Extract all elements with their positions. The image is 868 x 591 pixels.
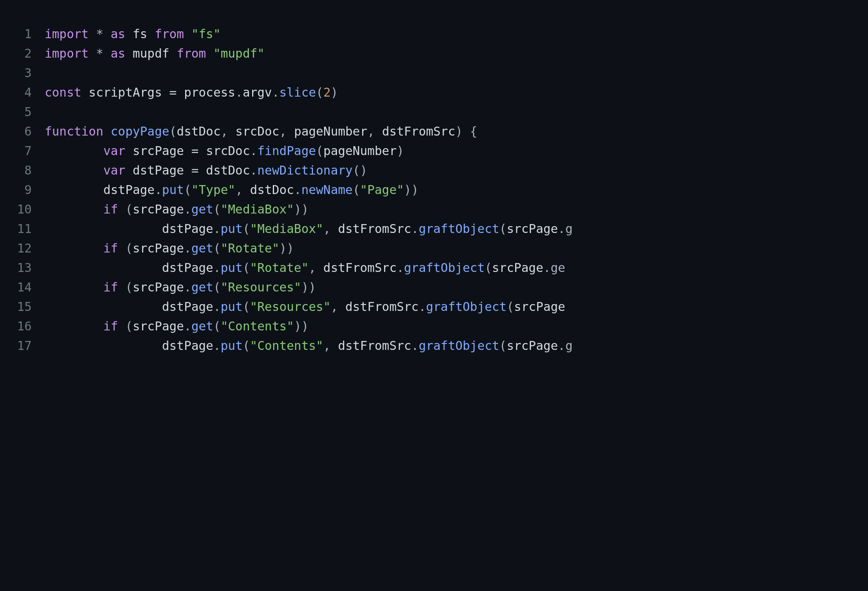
token-punct: . (411, 339, 419, 353)
code-content[interactable]: dstPage.put("Type", dstDoc.newName("Page… (45, 180, 868, 200)
token-punct: ( (118, 202, 133, 216)
token-punct (45, 222, 162, 236)
token-ident: dstPage (162, 222, 213, 236)
token-kw: as (111, 46, 125, 60)
token-kw: var (104, 144, 125, 158)
code-content[interactable]: import * as fs from "fs" (45, 24, 868, 44)
token-str: "MediaBox" (221, 202, 294, 216)
token-kw: if (104, 280, 118, 294)
token-punct: . (250, 144, 257, 158)
token-kw: if (104, 202, 118, 216)
code-content[interactable]: const scriptArgs = process.argv.slice(2) (45, 83, 868, 102)
token-fn: get (191, 280, 213, 294)
token-punct (45, 144, 104, 158)
token-punct: ( (213, 241, 220, 255)
code-line[interactable]: 12 if (srcPage.get("Rotate")) (0, 239, 868, 258)
code-content[interactable]: var srcPage = srcDoc.findPage(pageNumber… (45, 141, 868, 161)
token-punct: .g (558, 222, 572, 236)
code-content[interactable]: if (srcPage.get("Resources")) (45, 278, 868, 297)
code-line[interactable]: 4const scriptArgs = process.argv.slice(2… (0, 83, 868, 102)
token-punct: . (235, 85, 243, 99)
token-punct: ( (213, 202, 220, 216)
token-kw: const (45, 85, 81, 99)
code-line[interactable]: 17 dstPage.put("Contents", dstFromSrc.gr… (0, 336, 868, 356)
token-punct: , (309, 261, 323, 275)
token-punct: . (184, 319, 191, 333)
code-line[interactable]: 16 if (srcPage.get("Contents")) (0, 317, 868, 336)
code-line[interactable]: 14 if (srcPage.get("Resources")) (0, 278, 868, 297)
code-content[interactable]: if (srcPage.get("Contents")) (45, 317, 868, 336)
token-ident: srcDoc (235, 124, 279, 138)
token-fn: slice (279, 85, 316, 99)
line-number: 4 (0, 83, 45, 102)
token-fn: put (220, 339, 242, 353)
code-content[interactable]: import * as mupdf from "mupdf" (45, 44, 868, 63)
token-punct: . (184, 202, 191, 216)
token-punct: () (353, 163, 367, 177)
code-line[interactable]: 3 (0, 63, 868, 83)
token-ident: dstFromSrc (323, 261, 397, 275)
code-content[interactable]: dstPage.put("Rotate", dstFromSrc.graftOb… (45, 258, 868, 278)
token-ident: dstPage (125, 163, 192, 177)
token-kw: if (104, 241, 118, 255)
line-number: 14 (0, 278, 45, 297)
token-ident: scriptArgs (81, 85, 169, 99)
token-fn: get (191, 319, 213, 333)
token-punct (45, 280, 104, 294)
line-number: 7 (0, 141, 45, 161)
token-punct (206, 46, 213, 60)
token-punct: , (323, 222, 338, 236)
line-number: 9 (0, 180, 45, 200)
token-ident: srcDoc (199, 144, 250, 158)
token-op: = (191, 163, 199, 177)
code-line[interactable]: 9 dstPage.put("Type", dstDoc.newName("Pa… (0, 180, 868, 200)
token-punct: ( (499, 222, 507, 236)
token-punct: ( (243, 261, 250, 275)
token-str: "fs" (191, 27, 220, 41)
code-line[interactable]: 6function copyPage(dstDoc, srcDoc, pageN… (0, 122, 868, 141)
code-line[interactable]: 2import * as mupdf from "mupdf" (0, 44, 868, 63)
token-punct: ) { (456, 124, 477, 138)
token-str: "Type" (191, 183, 235, 197)
code-content[interactable]: var dstPage = dstDoc.newDictionary() (45, 161, 868, 180)
code-content[interactable]: dstPage.put("Contents", dstFromSrc.graft… (45, 336, 868, 356)
token-punct (45, 163, 104, 177)
code-line[interactable]: 13 dstPage.put("Rotate", dstFromSrc.graf… (0, 258, 868, 278)
token-fn: put (162, 183, 184, 197)
token-punct: ( (499, 339, 507, 353)
token-punct: , (235, 183, 250, 197)
token-ident: pageNumber (323, 144, 397, 158)
token-op: = (191, 144, 199, 158)
token-ident: srcPage (125, 144, 192, 158)
token-str: "Contents" (221, 319, 294, 333)
token-punct (45, 241, 104, 255)
code-line[interactable]: 11 dstPage.put("MediaBox", dstFromSrc.gr… (0, 219, 868, 239)
token-ident: srcPage (133, 241, 184, 255)
code-line[interactable]: 1import * as fs from "fs" (0, 24, 868, 44)
token-punct: ) (330, 85, 338, 99)
code-content[interactable]: dstPage.put("MediaBox", dstFromSrc.graft… (45, 219, 868, 239)
code-content[interactable]: if (srcPage.get("Rotate")) (45, 239, 868, 258)
code-line[interactable]: 10 if (srcPage.get("MediaBox")) (0, 200, 868, 219)
code-line[interactable]: 5 (0, 102, 868, 122)
code-content[interactable]: dstPage.put("Resources", dstFromSrc.graf… (45, 297, 868, 317)
token-fn: copyPage (111, 124, 170, 138)
code-content[interactable]: function copyPage(dstDoc, srcDoc, pageNu… (45, 122, 868, 141)
code-line[interactable]: 8 var dstPage = dstDoc.newDictionary() (0, 161, 868, 180)
token-punct: . (213, 300, 220, 314)
token-str: "Resources" (221, 280, 302, 294)
token-punct: .g (558, 339, 572, 353)
token-punct: * (89, 27, 110, 41)
line-number: 11 (0, 219, 45, 239)
token-ident: dstFromSrc (345, 300, 419, 314)
token-punct (45, 183, 104, 197)
code-line[interactable]: 15 dstPage.put("Resources", dstFromSrc.g… (0, 297, 868, 317)
token-kw: import (45, 46, 89, 60)
token-punct: . (272, 85, 279, 99)
token-punct: ( (353, 183, 360, 197)
token-punct (45, 202, 104, 216)
code-content[interactable]: if (srcPage.get("MediaBox")) (45, 200, 868, 219)
code-editor[interactable]: 1import * as fs from "fs"2import * as mu… (0, 24, 868, 356)
code-line[interactable]: 7 var srcPage = srcDoc.findPage(pageNumb… (0, 141, 868, 161)
token-punct: ( (316, 144, 323, 158)
